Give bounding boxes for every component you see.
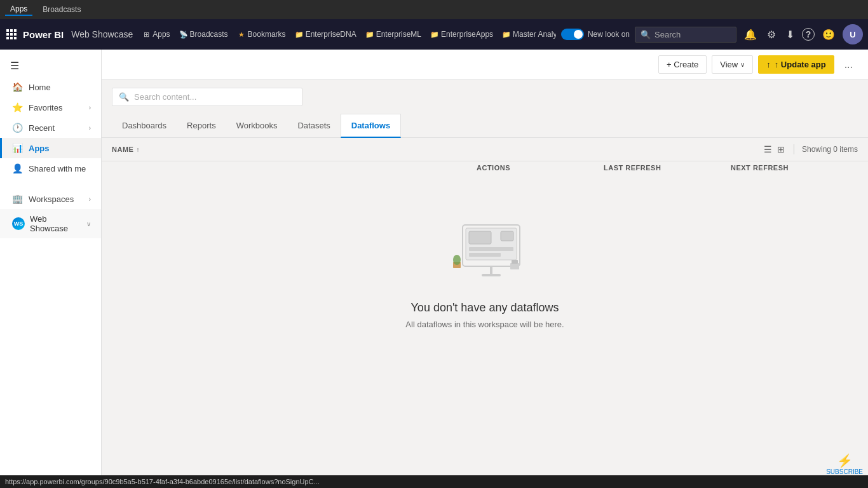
home-icon: 🏠 — [12, 82, 22, 92]
global-search-box[interactable]: 🔍 — [635, 27, 736, 43]
grid-view-icon[interactable]: ⊞ — [776, 143, 786, 156]
update-app-button[interactable]: ↑ ↑ Update app — [758, 55, 834, 74]
browser-tabs: Apps Broadcasts — [5, 3, 86, 16]
bookmark-enterpriseml[interactable]: 📁 EnterpriseML — [362, 30, 425, 39]
empty-title: You don't have any dataflows — [411, 301, 559, 315]
svg-rect-4 — [469, 253, 501, 257]
search-content-icon: 🔍 — [119, 92, 129, 102]
bookmark-bookmarks[interactable]: ★ Bookmarks — [233, 30, 290, 39]
sidebar-hamburger[interactable]: ☰ — [0, 55, 101, 77]
content-search-input[interactable] — [134, 92, 295, 102]
sidebar-item-favorites[interactable]: ⭐ Favorites › — [0, 97, 101, 118]
svg-rect-6 — [490, 266, 492, 274]
svg-rect-3 — [469, 247, 513, 251]
bookmark-master-analyst[interactable]: 📁 Master Analyst — [498, 30, 556, 39]
bookmark-apps[interactable]: ⊞ Apps — [138, 30, 173, 39]
content-search-box[interactable]: 🔍 — [112, 88, 302, 106]
more-options-icon[interactable]: ... — [839, 57, 858, 73]
sidebar-item-home[interactable]: 🏠 Home — [0, 77, 101, 97]
sidebar-label-workspaces: Workspaces — [29, 194, 83, 204]
sidebar-label-favorites: Favorites — [29, 103, 83, 112]
empty-state: You don't have any dataflows All dataflo… — [102, 174, 868, 367]
sidebar-label-shared: Shared with me — [29, 164, 91, 173]
download-icon[interactable]: ⬇ — [783, 26, 797, 43]
tab-dataflows[interactable]: Dataflows — [341, 114, 401, 138]
chevron-workspace-icon: ∨ — [86, 220, 91, 227]
list-view-icon[interactable]: ☰ — [763, 143, 773, 156]
table-header: NAME ↑ ☰ ⊞ Showing 0 items — [102, 138, 868, 161]
help-icon[interactable]: ? — [802, 28, 815, 41]
sidebar-item-shared[interactable]: 👤 Shared with me — [0, 158, 101, 179]
empty-illustration — [434, 212, 536, 288]
folder-icon-1: 📁 — [295, 30, 304, 39]
avatar[interactable]: U — [843, 24, 863, 44]
view-icons: ☰ ⊞ — [763, 143, 786, 156]
svg-rect-10 — [510, 263, 519, 269]
col-actions-header: ACTIONS — [477, 164, 604, 172]
svg-rect-2 — [469, 231, 491, 244]
broadcasts-icon: 📡 — [179, 30, 188, 39]
col-next-refresh-header: NEXT REFRESH — [731, 164, 858, 172]
workspaces-icon: 🏢 — [12, 194, 22, 204]
update-icon: ↑ — [766, 60, 771, 69]
header-left: Power BI Web Showcase — [5, 28, 133, 41]
spacer-col — [112, 164, 477, 172]
col-last-refresh-header: LAST REFRESH — [604, 164, 731, 172]
new-look-toggle[interactable]: New look on — [561, 29, 630, 40]
svg-rect-7 — [482, 274, 501, 276]
global-search-input[interactable] — [654, 30, 731, 39]
chevron-view-icon: ∨ — [740, 61, 745, 68]
toggle-switch[interactable] — [561, 29, 584, 40]
svg-rect-11 — [512, 260, 518, 264]
tab-reports[interactable]: Reports — [177, 114, 226, 138]
shared-icon: 👤 — [12, 163, 22, 173]
sidebar-label-home: Home — [29, 83, 91, 92]
toggle-knob — [574, 30, 583, 39]
showing-count-area: ☰ ⊞ Showing 0 items — [763, 143, 858, 156]
app-launcher-icon[interactable] — [5, 28, 18, 41]
folder-icon-2: 📁 — [365, 30, 374, 39]
header-bookmarks: ⊞ Apps 📡 Broadcasts ★ Bookmarks 📁 Enterp… — [138, 30, 556, 39]
app-name: Power BI — [23, 29, 64, 40]
separator — [794, 144, 794, 154]
content-area: + Create View ∨ ↑ ↑ Update app ... 🔍 Das… — [102, 50, 868, 488]
view-button[interactable]: View ∨ — [712, 55, 753, 74]
sidebar-workspaces[interactable]: 🏢 Workspaces › — [0, 189, 101, 209]
svg-point-9 — [453, 255, 461, 265]
create-button[interactable]: + Create — [658, 55, 707, 74]
content-tabs: Dashboards Reports Workbooks Datasets Da… — [102, 114, 868, 138]
sidebar-label-recent: Recent — [29, 123, 83, 133]
sidebar-label-web-showcase: Web Showcase — [30, 214, 81, 233]
apps-sidebar-icon: 📊 — [12, 143, 22, 153]
tab-datasets[interactable]: Datasets — [287, 114, 340, 138]
showing-count-label: Showing 0 items — [802, 145, 858, 154]
bookmark-broadcasts[interactable]: 📡 Broadcasts — [175, 30, 232, 39]
tab-workbooks[interactable]: Workbooks — [226, 114, 288, 138]
settings-icon[interactable]: ⚙ — [764, 26, 778, 43]
browser-tab-apps[interactable]: Apps — [5, 3, 32, 16]
content-toolbar: + Create View ∨ ↑ ↑ Update app ... — [102, 50, 868, 80]
app-header: Power BI Web Showcase ⊞ Apps 📡 Broadcast… — [0, 19, 868, 50]
browser-tab-broadcasts[interactable]: Broadcasts — [37, 4, 86, 15]
sidebar-workspace-item[interactable]: WS Web Showcase ∨ — [0, 209, 101, 238]
svg-rect-5 — [501, 231, 513, 241]
col-name-header: NAME ↑ — [112, 146, 763, 153]
chevron-favorites-icon: › — [89, 104, 91, 111]
emoji-icon[interactable]: 🙂 — [820, 26, 837, 43]
sidebar-item-apps[interactable]: 📊 Apps — [0, 138, 101, 158]
star-icon: ★ — [237, 30, 246, 39]
folder-icon-4: 📁 — [502, 30, 511, 39]
tab-dashboards[interactable]: Dashboards — [112, 114, 177, 138]
favorites-icon: ⭐ — [12, 102, 22, 112]
toggle-label: New look on — [588, 30, 630, 39]
status-bar: https://app.powerbi.com/groups/90c9b5a5-… — [0, 475, 868, 488]
bookmark-enterpriseapps[interactable]: 📁 EnterpriseApps — [426, 30, 497, 39]
apps-icon: ⊞ — [142, 30, 151, 39]
table-col-headers: ACTIONS LAST REFRESH NEXT REFRESH — [102, 161, 868, 174]
folder-icon-3: 📁 — [430, 30, 439, 39]
bookmark-enterprisedna[interactable]: 📁 EnterpriseDNA — [291, 30, 360, 39]
sort-icon[interactable]: ↑ — [136, 146, 140, 153]
subscribe-label: SUBSCRIBE — [826, 468, 863, 475]
notifications-icon[interactable]: 🔔 — [742, 26, 759, 43]
sidebar-item-recent[interactable]: 🕐 Recent › — [0, 118, 101, 138]
